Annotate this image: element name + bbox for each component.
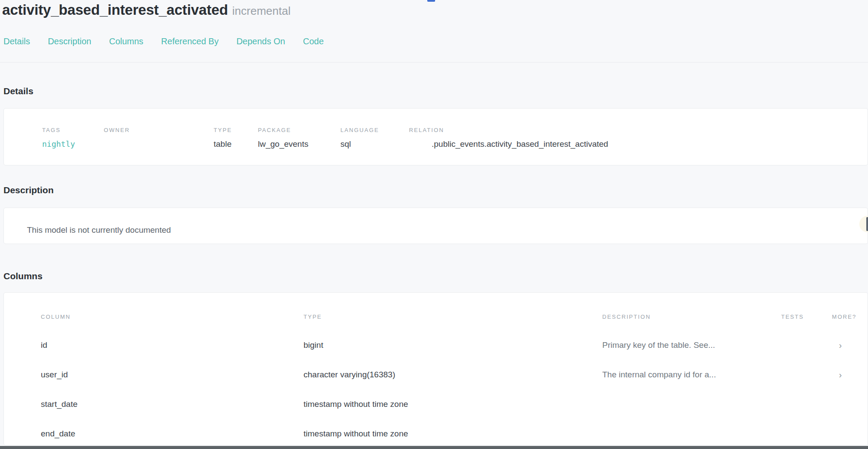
detail-field-tags: TAGS nightly	[42, 127, 104, 149]
columns-section-heading: Columns	[3, 271, 43, 281]
more-chevron-icon[interactable]: ›	[832, 370, 868, 380]
detail-label-relation: RELATION	[409, 127, 868, 134]
detail-field-language: LANGUAGE sql	[340, 127, 409, 149]
details-section-heading: Details	[3, 86, 33, 96]
widget-edge-sliver	[866, 217, 868, 231]
column-description: The internal company id for a...	[602, 370, 781, 380]
table-row-start-date[interactable]: start_date timestamp without time zone	[4, 390, 868, 419]
detail-field-owner: OWNER	[104, 127, 214, 149]
column-name: end_date	[41, 429, 304, 439]
materialization-badge: incremental	[232, 4, 290, 17]
detail-label-package: PACKAGE	[258, 127, 340, 134]
detail-field-type: TYPE table	[214, 127, 258, 149]
table-row-id[interactable]: id bigint Primary key of the table. See.…	[4, 330, 868, 360]
columns-table-header: COLUMN TYPE DESCRIPTION TESTS MORE?	[4, 313, 868, 320]
page-title: activity_based_interest_activatedincreme…	[2, 2, 290, 18]
column-type: character varying(16383)	[304, 370, 602, 380]
detail-field-relation: RELATION .public_events.activity_based_i…	[409, 127, 868, 149]
column-header-more: MORE?	[832, 314, 868, 320]
description-text: This model is not currently documented	[4, 208, 868, 235]
nav-link-details[interactable]: Details	[3, 36, 30, 46]
detail-value-package: lw_go_events	[258, 139, 340, 149]
column-header-tests: TESTS	[781, 314, 832, 320]
detail-value-language: sql	[340, 139, 409, 149]
column-name: id	[41, 340, 304, 350]
model-docs-page: activity_based_interest_activatedincreme…	[0, 0, 868, 449]
bottom-edge-bar	[0, 446, 868, 449]
section-nav: Details Description Columns Referenced B…	[3, 36, 324, 46]
column-header-column: COLUMN	[41, 314, 304, 320]
column-description: Primary key of the table. See...	[602, 340, 781, 350]
table-row-user-id[interactable]: user_id character varying(16383) The int…	[4, 360, 868, 390]
header-divider	[0, 62, 868, 63]
column-name: user_id	[41, 370, 304, 380]
detail-field-package: PACKAGE lw_go_events	[258, 127, 340, 149]
model-name: activity_based_interest_activated	[2, 2, 228, 18]
column-header-description: DESCRIPTION	[602, 314, 781, 320]
detail-label-owner: OWNER	[104, 127, 214, 134]
details-fields: TAGS nightly OWNER TYPE table PACKAGE lw…	[4, 109, 868, 149]
description-section-heading: Description	[3, 185, 54, 195]
nav-link-depends-on[interactable]: Depends On	[236, 36, 285, 46]
nav-link-referenced-by[interactable]: Referenced By	[161, 36, 218, 46]
detail-label-tags: TAGS	[42, 127, 104, 134]
nav-link-description[interactable]: Description	[48, 36, 91, 46]
nav-link-code[interactable]: Code	[303, 36, 324, 46]
detail-value-relation: .public_events.activity_based_interest_a…	[409, 139, 868, 149]
column-type: timestamp without time zone	[304, 399, 602, 409]
cutoff-link-fragment	[427, 0, 435, 2]
details-card: TAGS nightly OWNER TYPE table PACKAGE lw…	[3, 108, 868, 165]
detail-label-language: LANGUAGE	[340, 127, 409, 134]
description-card: This model is not currently documented	[3, 208, 868, 244]
column-type: bigint	[304, 340, 602, 350]
nav-link-columns[interactable]: Columns	[109, 36, 143, 46]
columns-card: COLUMN TYPE DESCRIPTION TESTS MORE? id b…	[3, 292, 868, 446]
column-type: timestamp without time zone	[304, 429, 602, 439]
cutoff-floating-widget[interactable]	[856, 216, 868, 232]
detail-label-type: TYPE	[214, 127, 258, 134]
columns-table-body: id bigint Primary key of the table. See.…	[4, 330, 868, 446]
detail-value-type: table	[214, 139, 258, 149]
table-row-end-date[interactable]: end_date timestamp without time zone	[4, 419, 868, 446]
more-chevron-icon[interactable]: ›	[832, 340, 868, 350]
column-header-type: TYPE	[304, 314, 602, 320]
column-name: start_date	[41, 399, 304, 409]
tag-link-nightly[interactable]: nightly	[42, 139, 104, 149]
